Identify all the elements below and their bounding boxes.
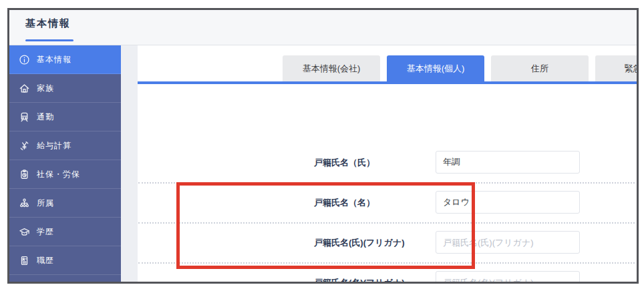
sidebar-content-gutter <box>121 45 138 282</box>
input-family-name-furigana[interactable] <box>436 231 580 254</box>
tab-label: 基本情報(会社) <box>303 63 361 75</box>
row-separator <box>138 182 635 184</box>
sidebar-item-commute[interactable]: 通勤 <box>9 103 121 131</box>
input-given-name-furigana[interactable] <box>436 271 580 284</box>
sidebar-item-label: 学歴 <box>37 226 54 238</box>
sidebar-item-label: 職歴 <box>37 255 54 266</box>
sidebar-item-label: 家族 <box>37 83 54 94</box>
org-tree-icon <box>19 198 30 209</box>
row-separator <box>138 262 635 264</box>
title-accent-underline <box>25 39 73 41</box>
graduation-cap-icon <box>19 226 30 238</box>
sidebar-item-education[interactable]: 学歴 <box>9 218 121 246</box>
sidebar-item-label: 社保・労保 <box>37 169 80 180</box>
sidebar-item-work-history[interactable]: 職歴 <box>9 246 121 275</box>
yen-icon <box>19 140 30 152</box>
sidebar-item-label: 通勤 <box>37 111 54 123</box>
sidebar-item-payroll[interactable]: 給与計算 <box>9 131 121 160</box>
label-family-name: 戸籍氏名（氏） <box>314 157 375 169</box>
tab-basic-info-personal[interactable]: 基本情報(個人) <box>387 55 484 81</box>
page-title: 基本情報 <box>25 17 71 30</box>
id-card-icon <box>19 255 30 266</box>
screenshot-frame: 基本情報 基本情報 家 <box>7 8 639 284</box>
clipboard-icon <box>19 169 30 180</box>
tab-label: 基本情報(個人) <box>407 63 465 75</box>
sidebar-item-label: 所属 <box>37 198 54 209</box>
sidebar-item-family[interactable]: 家族 <box>9 74 121 103</box>
sidebar-item-label: 給与計算 <box>37 140 71 152</box>
info-icon <box>19 54 30 65</box>
input-given-name[interactable] <box>436 191 580 214</box>
house-icon <box>19 83 30 94</box>
sidebar-nav: 基本情報 家族 通勤 <box>9 45 121 282</box>
row-separator <box>138 222 635 224</box>
label-given-name-furigana: 戸籍氏名(名)(フリガナ) <box>314 277 405 284</box>
tab-label: 住所 <box>531 63 548 75</box>
tab-address[interactable]: 住所 <box>491 55 589 81</box>
active-tab-underline <box>138 81 637 84</box>
content-panel: 基本情報(会社) 基本情報(個人) 住所 緊急連絡先 戸籍氏名（氏） 生年月日 <box>138 45 637 282</box>
input-family-name[interactable] <box>436 151 580 174</box>
label-given-name: 戸籍氏名（名） <box>314 197 375 209</box>
label-family-name-furigana: 戸籍氏名(氏)(フリガナ) <box>314 237 405 249</box>
tab-label: 緊急連絡先 <box>625 63 639 75</box>
tab-basic-info-company[interactable]: 基本情報(会社) <box>283 55 380 81</box>
app-screenshot: 基本情報 基本情報 家 <box>0 0 644 287</box>
tab-emergency-contact[interactable]: 緊急連絡先 <box>595 55 639 81</box>
sidebar-item-label: 基本情報 <box>37 54 71 65</box>
sidebar-item-basic-info[interactable]: 基本情報 <box>9 45 121 74</box>
sidebar-item-insurance[interactable]: 社保・労保 <box>9 160 121 189</box>
train-icon <box>19 111 30 123</box>
page-header: 基本情報 <box>9 10 637 45</box>
sidebar-item-department[interactable]: 所属 <box>9 189 121 218</box>
